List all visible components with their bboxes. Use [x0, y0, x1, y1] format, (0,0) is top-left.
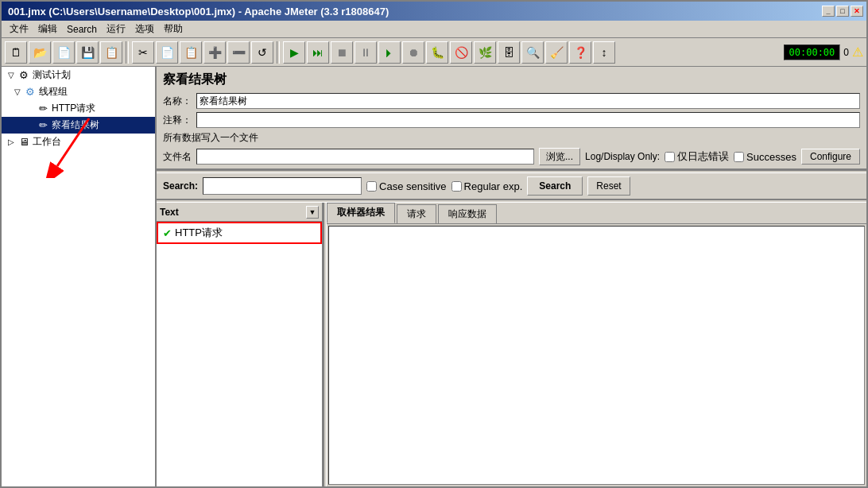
- left-panel: ▽ ⚙ 测试计划 ▽ ⚙ 线程组 ✏ HTTP请求 ✏ 察看结果树: [2, 67, 157, 486]
- run-no-pause-button[interactable]: ⏭: [307, 41, 329, 64]
- case-sensitive-label[interactable]: Case sensitive: [366, 180, 447, 192]
- error-only-checkbox-label[interactable]: 仅日志错误: [665, 149, 729, 164]
- tree-label-plan: 测试计划: [33, 68, 71, 82]
- window-title: 001.jmx (C:\Users\Username\Desktop\001.j…: [5, 6, 822, 17]
- comment-row: 注释：: [163, 112, 860, 128]
- save-button[interactable]: 💾: [76, 41, 99, 64]
- maximize-button[interactable]: □: [836, 6, 849, 17]
- tree-label-thread: 线程组: [39, 85, 68, 99]
- expand-thread-icon: ▽: [11, 86, 24, 99]
- regular-exp-label[interactable]: Regular exp.: [451, 180, 523, 192]
- sep1: [126, 41, 129, 64]
- results-tree-icon: ✏: [37, 119, 49, 132]
- successes-checkbox[interactable]: [734, 152, 744, 162]
- close-template-button[interactable]: 📄: [52, 41, 75, 64]
- result-item-0[interactable]: ✔ HTTP请求: [157, 222, 322, 244]
- menu-edit[interactable]: 编辑: [33, 21, 62, 37]
- name-row: 名称：: [163, 93, 860, 109]
- panel-top: 察看结果树 名称： 注释： 所有数据写入一个文件 文件名 浏览...: [157, 67, 866, 170]
- case-sensitive-checkbox[interactable]: [366, 181, 377, 192]
- configure-button[interactable]: Configure: [801, 149, 860, 165]
- results-area: Text ▼ ✔ HTTP请求: [157, 203, 866, 486]
- successes-text: Successes: [746, 151, 796, 163]
- clear-all-button[interactable]: 🧹: [545, 41, 568, 64]
- name-label: 名称：: [163, 95, 192, 108]
- file-label: 文件名: [163, 150, 192, 164]
- file-input[interactable]: [196, 149, 534, 165]
- error-only-checkbox[interactable]: [665, 152, 675, 162]
- search-input[interactable]: [203, 177, 362, 195]
- tab-response-data[interactable]: 响应数据: [438, 204, 497, 223]
- tree-item-results-tree[interactable]: ✏ 察看结果树: [2, 117, 155, 134]
- copy-button[interactable]: 📄: [156, 41, 178, 64]
- remote-stop-button[interactable]: ⏺: [402, 41, 424, 64]
- successes-checkbox-label[interactable]: Successes: [734, 151, 796, 163]
- tab-content-area: [328, 226, 865, 485]
- expand-http-icon: [24, 103, 37, 115]
- search-toolbar-button[interactable]: 🔍: [521, 41, 544, 64]
- shutdown-button[interactable]: ⏸: [355, 41, 377, 64]
- comment-input[interactable]: [196, 112, 860, 128]
- tabs-row: 取样器结果 请求 响应数据: [327, 203, 866, 224]
- remote-start-button[interactable]: ⏵: [378, 41, 401, 64]
- name-input[interactable]: [196, 93, 860, 109]
- tree-item-thread[interactable]: ▽ ⚙ 线程组: [2, 83, 155, 100]
- main-content: ▽ ⚙ 测试计划 ▽ ⚙ 线程组 ✏ HTTP请求 ✏ 察看结果树: [2, 67, 866, 486]
- column-dropdown-button[interactable]: ▼: [306, 206, 319, 219]
- tree-label-workbench: 工作台: [33, 135, 61, 149]
- stop-button[interactable]: ⏹: [331, 41, 353, 64]
- close-button[interactable]: ✕: [851, 6, 863, 17]
- warning-icon: ⚠: [852, 45, 863, 60]
- tree-item-workbench[interactable]: ▷ 🖥 工作台: [2, 134, 155, 150]
- toolbar-right: 00:00:00 0 ⚠: [784, 45, 863, 60]
- regular-exp-text: Regular exp.: [464, 180, 523, 192]
- log-display-label: Log/Display Only:: [585, 151, 660, 162]
- plan-icon: ⚙: [17, 69, 30, 82]
- add-button[interactable]: ➕: [203, 41, 226, 64]
- expand-workbench-icon: ▷: [5, 136, 17, 149]
- remove-button[interactable]: ➖: [227, 41, 250, 64]
- window-controls: _ □ ✕: [822, 6, 863, 17]
- timer-display: 00:00:00: [784, 45, 841, 60]
- results-column-header-row: Text ▼: [157, 203, 322, 222]
- file-row: 文件名 浏览... Log/Display Only: 仅日志错误 Succes…: [163, 148, 860, 165]
- menu-run[interactable]: 运行: [102, 21, 130, 37]
- tree-item-http[interactable]: ✏ HTTP请求: [2, 100, 155, 117]
- regular-exp-checkbox[interactable]: [451, 181, 462, 192]
- debug-button[interactable]: 🐛: [426, 41, 448, 64]
- tab-request[interactable]: 请求: [397, 204, 436, 223]
- save-as-button[interactable]: 📋: [100, 41, 122, 64]
- menu-help[interactable]: 帮助: [159, 21, 188, 37]
- tree-label-results-tree: 察看结果树: [52, 118, 99, 132]
- browse-button[interactable]: 浏览...: [539, 148, 580, 165]
- expand-results-icon: [24, 119, 37, 132]
- menu-search[interactable]: Search: [62, 22, 102, 37]
- comment-label: 注释：: [163, 114, 192, 127]
- tab-sampler-result[interactable]: 取样器结果: [327, 203, 395, 223]
- right-panel: 察看结果树 名称： 注释： 所有数据写入一个文件 文件名 浏览...: [157, 67, 866, 486]
- titlebar: 001.jmx (C:\Users\Username\Desktop\001.j…: [2, 2, 866, 21]
- help-button[interactable]: ❓: [569, 41, 591, 64]
- minimize-button[interactable]: _: [822, 6, 835, 17]
- tree-item-plan[interactable]: ▽ ⚙ 测试计划: [2, 67, 155, 83]
- expand-plan-icon: ▽: [5, 69, 17, 82]
- reset-button[interactable]: Reset: [587, 176, 630, 196]
- search-label: Search:: [163, 180, 198, 192]
- menu-file[interactable]: 文件: [5, 21, 33, 37]
- function-helper-button[interactable]: 🌿: [474, 41, 496, 64]
- menubar: 文件 编辑 Search 运行 选项 帮助: [2, 21, 866, 38]
- search-button[interactable]: Search: [527, 176, 583, 196]
- clear-button[interactable]: ↺: [251, 41, 273, 64]
- templates-button[interactable]: 🗄: [498, 41, 520, 64]
- expand-collapse-button[interactable]: ↕: [593, 41, 615, 64]
- timer-extra: 0: [843, 47, 849, 58]
- paste-button[interactable]: 📋: [180, 41, 202, 64]
- menu-options[interactable]: 选项: [130, 21, 159, 37]
- new-button[interactable]: 🗒: [5, 41, 27, 64]
- cut-button[interactable]: ✂: [132, 41, 154, 64]
- workbench-icon: 🖥: [17, 136, 30, 149]
- debug-stop-button[interactable]: 🚫: [450, 41, 472, 64]
- run-button[interactable]: ▶: [283, 41, 305, 64]
- search-row: Search: Case sensitive Regular exp. Sear…: [157, 173, 866, 199]
- open-button[interactable]: 📂: [29, 41, 51, 64]
